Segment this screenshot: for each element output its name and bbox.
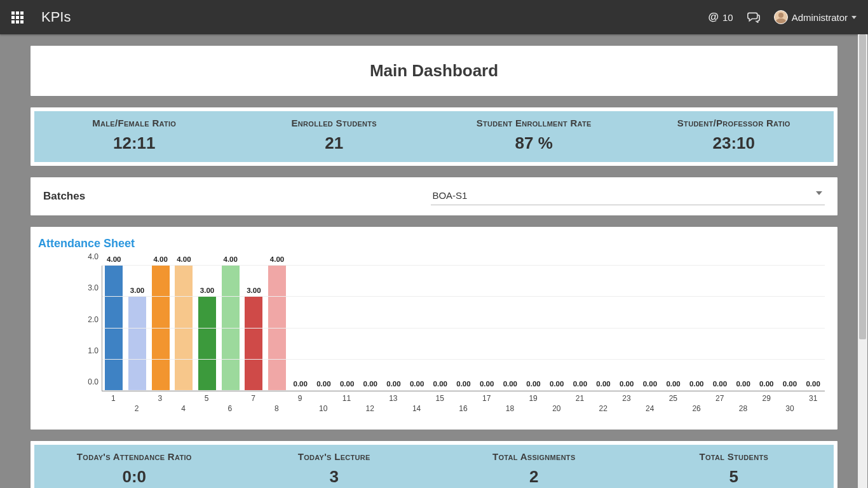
nav-right: @ 10 Administrator	[708, 10, 857, 24]
notifications-button[interactable]: @ 10	[708, 11, 733, 24]
bar-value-label: 4.00	[264, 255, 290, 263]
kpi-bottom-panel: Today's Attendance Ratio0:0Today's Lectu…	[31, 441, 837, 488]
y-tick: 1.0	[77, 346, 98, 355]
bar-value-label: 4.00	[101, 255, 126, 263]
bar-value-label: 0.00	[731, 380, 756, 388]
kpi-cell: Student/Professor Ratio23:10	[634, 118, 834, 153]
conversations-button[interactable]	[747, 11, 760, 23]
x-tick: 10	[319, 404, 327, 413]
bar-value-label: 0.00	[707, 380, 733, 388]
bar-value-label: 0.00	[498, 380, 523, 388]
kpi-value: 2	[434, 467, 634, 487]
y-tick: 2.0	[77, 315, 98, 324]
kpi-value: 21	[234, 133, 435, 153]
x-tick: 6	[228, 404, 233, 413]
x-tick: 11	[342, 394, 351, 403]
apps-grid-icon[interactable]	[11, 11, 24, 24]
kpi-cell: Enrolled Students21	[234, 118, 435, 153]
bar-value-label: 4.00	[218, 255, 243, 263]
x-tick: 9	[298, 394, 302, 403]
bar-value-label: 0.00	[637, 380, 663, 388]
bar-value-label: 0.00	[614, 380, 639, 388]
chart-bar[interactable]: 4.00	[175, 266, 193, 391]
kpi-value: 23:10	[634, 133, 834, 153]
x-tick: 22	[599, 404, 607, 413]
kpi-cell: Student Enrollment Rate87 %	[434, 118, 634, 153]
bar-value-label: 0.00	[334, 380, 360, 388]
batches-selected-value: BOA-S1	[432, 190, 467, 201]
chart-bar[interactable]: 4.00	[268, 266, 286, 391]
kpi-label: Today's Lecture	[234, 451, 435, 462]
attendance-chart-panel: Attendance Sheet 4.003.004.004.003.004.0…	[31, 227, 837, 430]
user-menu[interactable]: Administrator	[774, 10, 857, 24]
x-tick: 13	[389, 394, 397, 403]
page-scrollbar[interactable]	[858, 34, 867, 488]
x-tick: 30	[785, 404, 794, 413]
y-tick: 4.0	[77, 252, 98, 261]
batches-select[interactable]: BOA-S1	[431, 187, 825, 205]
chart-plot-area: 4.003.004.004.003.004.003.004.000.000.00…	[102, 266, 825, 391]
x-tick: 8	[275, 404, 279, 413]
bar-value-label: 3.00	[194, 287, 220, 294]
kpi-label: Student/Professor Ratio	[634, 118, 834, 128]
bar-value-label: 0.00	[451, 380, 476, 388]
bar-value-label: 3.00	[241, 287, 266, 294]
x-tick: 3	[158, 394, 162, 403]
x-tick: 16	[459, 404, 467, 413]
kpi-bottom-strip: Today's Attendance Ratio0:0Today's Lectu…	[34, 445, 834, 488]
at-icon: @	[708, 11, 719, 24]
chart-bar[interactable]: 4.00	[222, 266, 240, 391]
x-tick: 26	[692, 404, 700, 413]
kpi-top-panel: Male/Female Ratio12:11Enrolled Students2…	[31, 107, 837, 166]
bar-value-label: 0.00	[288, 380, 313, 388]
bar-value-label: 0.00	[801, 380, 826, 388]
kpi-cell: Total Students5	[634, 451, 834, 487]
x-tick: 20	[552, 404, 560, 413]
x-tick: 18	[506, 404, 514, 413]
bar-value-label: 0.00	[381, 380, 406, 388]
bar-value-label: 0.00	[591, 380, 616, 388]
chart-bar[interactable]: 4.00	[152, 266, 170, 391]
chart-bar[interactable]: 3.00	[245, 297, 262, 391]
x-tick: 17	[482, 394, 491, 403]
x-tick: 4	[181, 404, 186, 413]
x-tick: 1	[111, 394, 116, 403]
kpi-label: Today's Attendance Ratio	[34, 451, 234, 462]
kpi-label: Male/Female Ratio	[34, 118, 234, 128]
x-tick: 23	[622, 394, 630, 403]
kpi-value: 0:0	[34, 467, 234, 487]
chat-icon	[747, 11, 760, 23]
bar-value-label: 4.00	[148, 255, 173, 263]
chart-bar[interactable]: 3.00	[128, 297, 146, 391]
x-tick: 14	[412, 404, 421, 413]
title-panel: Main Dashboard	[31, 46, 837, 96]
scroll-thumb[interactable]	[859, 34, 866, 339]
chart-bar[interactable]: 4.00	[105, 266, 123, 391]
x-tick: 15	[436, 394, 444, 403]
chevron-down-icon	[851, 16, 857, 19]
bar-value-label: 0.00	[521, 380, 546, 388]
chart-bar[interactable]: 3.00	[198, 297, 216, 391]
bar-value-label: 4.00	[171, 255, 196, 263]
kpi-cell: Total Assignments2	[434, 451, 634, 487]
bar-value-label: 0.00	[567, 380, 593, 388]
chart-x-ticks: 1234567891011121314151617181920212223242…	[102, 393, 825, 418]
notification-count: 10	[722, 12, 733, 23]
x-tick: 24	[646, 404, 654, 413]
x-tick: 28	[739, 404, 747, 413]
x-tick: 27	[715, 394, 724, 403]
batches-panel: Batches BOA-S1	[31, 177, 837, 215]
bar-value-label: 0.00	[684, 380, 709, 388]
bar-value-label: 0.00	[428, 380, 453, 388]
app-brand[interactable]: KPIs	[41, 9, 71, 25]
page-body: Main Dashboard Male/Female Ratio12:11Enr…	[0, 34, 868, 488]
kpi-label: Student Enrollment Rate	[434, 118, 634, 128]
bar-value-label: 0.00	[474, 380, 499, 388]
bar-value-label: 0.00	[311, 380, 336, 388]
bar-value-label: 0.00	[404, 380, 430, 388]
x-tick: 7	[251, 394, 255, 403]
bar-value-label: 3.00	[125, 287, 150, 294]
kpi-value: 87 %	[434, 133, 634, 153]
x-tick: 29	[763, 394, 771, 403]
kpi-value: 12:11	[34, 133, 234, 153]
